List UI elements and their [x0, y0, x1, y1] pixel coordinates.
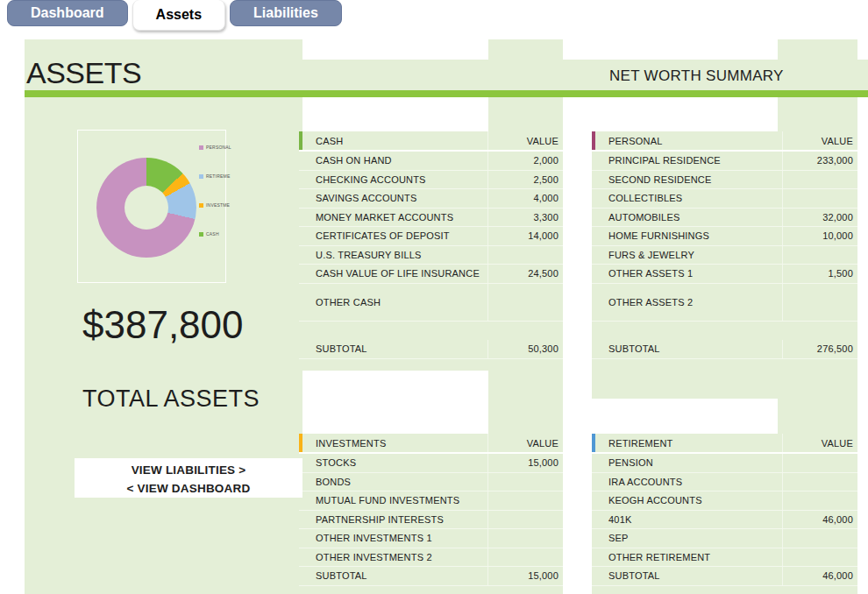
table-title: RETIREMENT: [592, 434, 782, 452]
row-label-cell: SECOND RESIDENCE: [592, 171, 782, 189]
row-value-cell[interactable]: 233,000: [782, 152, 857, 170]
row-label-cell: SUBTOTAL: [299, 340, 487, 358]
assets-donut-chart-box: PERSONALRETIREMEINVESTMECASH: [77, 130, 226, 283]
table-row: U.S. TREASURY BILLS: [299, 246, 563, 265]
row-value-cell[interactable]: [782, 284, 857, 321]
table-header-row: PERSONALVALUE: [592, 131, 857, 152]
row-label-cell: STOCKS: [299, 454, 487, 472]
legend-label: RETIREME: [206, 173, 230, 179]
row-value-cell[interactable]: 24,500: [487, 265, 563, 283]
tab-assets[interactable]: Assets: [132, 0, 225, 31]
table-row: SUBTOTAL15,000: [299, 567, 563, 586]
row-value-cell[interactable]: [487, 473, 563, 491]
row-label-cell: 401K: [592, 511, 782, 529]
view-dashboard-link[interactable]: < VIEW DASHBOARD: [75, 479, 302, 498]
net-worth-summary-title: NET WORTH SUMMARY: [609, 67, 784, 85]
row-label-cell: SUBTOTAL: [299, 567, 487, 585]
table-title: CASH: [299, 131, 487, 150]
row-label-cell: HOME FURNISHINGS: [592, 227, 782, 245]
table-row: SUBTOTAL50,300: [299, 340, 563, 359]
table-row: CERTIFICATES OF DEPOSIT14,000: [299, 227, 563, 246]
row-value-cell[interactable]: [487, 511, 563, 529]
row-value-cell[interactable]: [487, 491, 563, 510]
legend-label: INVESTME: [206, 202, 230, 208]
row-value-cell: 46,000: [782, 567, 857, 585]
nav-links-strip: VIEW LIABILITIES > < VIEW DASHBOARD: [75, 458, 302, 498]
table-row: OTHER ASSETS 11,500: [592, 265, 857, 284]
donut-chart: [96, 158, 196, 258]
row-value-cell[interactable]: [782, 189, 857, 208]
table-header-row: RETIREMENTVALUE: [592, 434, 857, 454]
table-row: BONDS: [299, 473, 563, 492]
row-value-cell: 15,000: [487, 567, 563, 585]
personal-table: PERSONALVALUEPRINCIPAL RESIDENCE233,000S…: [592, 131, 857, 359]
row-label-cell: SAVINGS ACCOUNTS: [299, 189, 487, 208]
row-value-cell[interactable]: 1,500: [782, 265, 857, 283]
table-row: CASH ON HAND2,000: [299, 152, 563, 171]
green-divider-rule: [25, 90, 868, 97]
tab-liabilities[interactable]: Liabilities: [230, 0, 342, 26]
table-row: OTHER ASSETS 2: [592, 284, 857, 322]
row-value-cell[interactable]: [487, 246, 563, 265]
row-label-cell: OTHER ASSETS 2: [592, 284, 782, 321]
row-value-cell[interactable]: 2,000: [487, 152, 563, 170]
row-value-cell[interactable]: [782, 548, 857, 567]
row-value-cell[interactable]: 10,000: [782, 227, 857, 245]
table-row: OTHER INVESTMENTS 2: [299, 548, 563, 568]
table-row: MUTUAL FUND INVESTMENTS: [299, 491, 563, 511]
row-label-cell: FURS & JEWELRY: [592, 246, 782, 265]
row-label-cell: SUBTOTAL: [592, 340, 782, 358]
table-row: HOME FURNISHINGS10,000: [592, 227, 857, 246]
row-value-cell[interactable]: 32,000: [782, 209, 857, 227]
table-row: KEOGH ACCOUNTS: [592, 491, 857, 511]
row-value-cell[interactable]: [487, 548, 563, 567]
table-row: OTHER RETIREMENT: [592, 548, 857, 568]
row-value-cell[interactable]: [782, 246, 857, 265]
legend-item: RETIREME: [199, 173, 231, 179]
row-value-cell[interactable]: [782, 491, 857, 510]
table-row: OTHER CASH: [299, 284, 563, 322]
legend-item: CASH: [199, 231, 231, 237]
row-value-cell[interactable]: [782, 529, 857, 548]
legend-swatch: [199, 145, 203, 150]
row-value-cell[interactable]: 46,000: [782, 511, 857, 529]
legend-label: PERSONAL: [206, 145, 231, 150]
row-label-cell: PARTNERSHIP INTERESTS: [299, 511, 487, 529]
table-row: SUBTOTAL46,000: [592, 567, 857, 586]
table-row: CASH VALUE OF LIFE INSURANCE24,500: [299, 265, 563, 284]
tab-dashboard[interactable]: Dashboard: [7, 0, 128, 26]
table-title: INVESTMENTS: [299, 434, 487, 452]
legend-item: PERSONAL: [199, 145, 231, 150]
row-label-cell: SUBTOTAL: [592, 567, 782, 585]
row-value-cell[interactable]: 4,000: [487, 189, 563, 208]
value-column-header: VALUE: [782, 131, 857, 150]
row-value-cell[interactable]: 14,000: [487, 227, 563, 245]
table-row: FURS & JEWELRY: [592, 246, 857, 265]
row-label-cell: MONEY MARKET ACCOUNTS: [299, 209, 487, 227]
table-header-row: INVESTMENTSVALUE: [299, 434, 563, 454]
row-value-cell[interactable]: [782, 454, 857, 472]
row-value-cell[interactable]: [782, 473, 857, 491]
table-row: SUBTOTAL276,500: [592, 340, 857, 359]
row-label-cell: AUTOMOBILES: [592, 209, 782, 227]
row-label-cell: CHECKING ACCOUNTS: [299, 171, 487, 189]
row-value-cell[interactable]: 15,000: [487, 454, 563, 472]
view-liabilities-link[interactable]: VIEW LIABILITIES >: [75, 461, 302, 479]
value-column-header: VALUE: [487, 434, 563, 452]
table-row: IRA ACCOUNTS: [592, 473, 857, 492]
legend-label: CASH: [206, 231, 219, 237]
retirement-table: RETIREMENTVALUEPENSIONIRA ACCOUNTSKEOGH …: [592, 434, 857, 586]
row-value-cell[interactable]: [782, 171, 857, 189]
cash-table: CASHVALUECASH ON HAND2,000CHECKING ACCOU…: [299, 131, 563, 359]
row-value-cell[interactable]: [487, 284, 563, 321]
legend-swatch: [199, 232, 203, 237]
row-value-cell[interactable]: 3,300: [487, 209, 563, 227]
row-value-cell: 50,300: [487, 340, 563, 358]
table-title: PERSONAL: [592, 131, 782, 150]
row-value-cell[interactable]: 2,500: [487, 171, 563, 189]
table-row: OTHER INVESTMENTS 1: [299, 529, 563, 548]
legend-swatch: [199, 174, 203, 179]
row-label-cell: BONDS: [299, 473, 487, 491]
row-label-cell: OTHER RETIREMENT: [592, 548, 782, 567]
row-value-cell[interactable]: [487, 529, 563, 548]
